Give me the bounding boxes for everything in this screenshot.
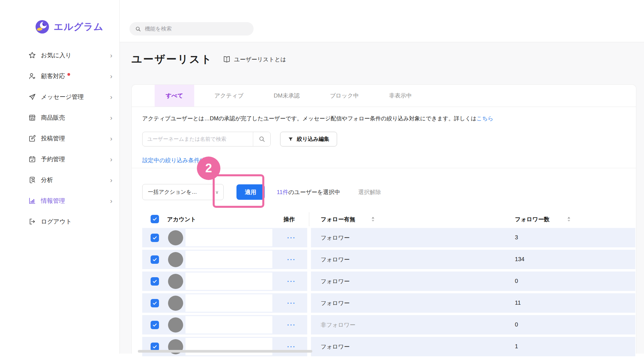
row-checkbox[interactable] — [151, 321, 159, 329]
row-actions-menu[interactable]: ··· — [287, 299, 296, 307]
clear-selection-link[interactable]: 選択解除 — [358, 188, 381, 196]
global-search-input[interactable] — [145, 26, 248, 32]
row-data-cell: フォロワー 3 — [311, 228, 635, 247]
help-link-label: ユーザーリストとは — [234, 56, 286, 63]
tab-all[interactable]: すべて — [155, 85, 194, 107]
notice-detail-link[interactable]: こちら — [477, 115, 494, 121]
row-actions-menu[interactable]: ··· — [287, 278, 296, 285]
table-row: ··· フォロワー 3 — [132, 228, 636, 247]
notice-text: アクティブユーザーとは…DMの承認が完了したユーザーです。メッセージ配信やフォロ… — [142, 115, 477, 121]
global-search[interactable] — [129, 22, 254, 36]
row-account-cell: ··· — [142, 228, 307, 247]
column-header-action[interactable]: 操作 — [283, 216, 295, 223]
filter-search-row: 絞り込み編集 — [142, 132, 337, 146]
user-list-help-link[interactable]: ユーザーリストとは — [223, 56, 286, 63]
row-actions-menu[interactable]: ··· — [287, 343, 296, 351]
user-search — [142, 132, 271, 146]
user-search-button[interactable] — [253, 132, 270, 146]
sidebar-item-post-management[interactable]: 投稿管理 › — [0, 128, 120, 149]
chevron-right-icon: › — [110, 135, 112, 142]
row-checkbox[interactable] — [151, 255, 159, 264]
check-icon — [152, 235, 157, 240]
select-all-checkbox[interactable] — [151, 215, 159, 223]
table-header: アカウント 操作 フォロー有無 フォロワー数 — [132, 211, 636, 228]
edit-icon — [28, 134, 36, 142]
row-actions-menu[interactable]: ··· — [287, 321, 296, 329]
follower-count: 1 — [515, 343, 518, 350]
sidebar-item-label: お気に入り — [41, 51, 71, 59]
sidebar-item-customer-support[interactable]: 顧客対応 › — [0, 66, 120, 86]
row-data-cell: フォロワー 1 — [311, 337, 635, 356]
chevron-down-icon: ∨ — [215, 189, 219, 195]
tab-hidden[interactable]: 非表示中 — [379, 85, 422, 107]
row-actions-menu[interactable]: ··· — [287, 256, 296, 263]
book-icon — [223, 56, 231, 63]
account-name-redacted — [185, 273, 272, 290]
brand-bird-icon — [35, 19, 50, 34]
sidebar-item-logout[interactable]: ログアウト — [0, 211, 120, 232]
sidebar-item-info-management[interactable]: 情報管理 › — [0, 190, 120, 211]
sidebar-nav: お気に入り › 顧客対応 › メッセージ管理 › 商品販売 › 投稿管 — [0, 45, 120, 232]
follow-status: フォロワー — [321, 234, 495, 242]
user-search-input[interactable] — [143, 136, 253, 142]
caret-down-icon: ▼ — [212, 158, 216, 163]
calendar-icon — [28, 155, 36, 163]
active-user-notice: アクティブユーザーとは…DMの承認が完了したユーザーです。メッセージ配信やフォロ… — [142, 115, 493, 122]
chevron-right-icon: › — [110, 72, 112, 80]
row-data-cell: フォロワー 0 — [311, 272, 635, 291]
check-icon — [152, 279, 157, 284]
sort-icon-follow[interactable] — [371, 216, 375, 223]
active-filter-conditions[interactable]: 設定中の絞り込み条件(件) ▼ — [142, 157, 216, 164]
sidebar-item-label: 情報管理 — [41, 197, 65, 205]
sidebar-item-favorites[interactable]: お気に入り › — [0, 45, 120, 66]
status-tabs: すべて アクティブ DM未承認 ブロック中 非表示中 — [132, 85, 636, 107]
sidebar-item-product-sales[interactable]: 商品販売 › — [0, 107, 120, 128]
sidebar-item-analysis[interactable]: 分析 › — [0, 170, 120, 190]
chevron-right-icon: › — [110, 52, 112, 59]
filter-edit-button[interactable]: 絞り込み編集 — [280, 132, 337, 146]
sidebar-item-label: 投稿管理 — [41, 134, 65, 142]
tab-dm-unapproved[interactable]: DM未承認 — [264, 85, 310, 107]
follower-count: 3 — [515, 234, 518, 241]
column-header-follow[interactable]: フォロー有無 — [321, 216, 355, 223]
row-account-cell: ··· — [142, 272, 307, 291]
check-icon — [152, 301, 157, 306]
bulk-action-select[interactable]: 一括アクションを… ∨ — [142, 184, 224, 200]
star-icon — [28, 51, 36, 59]
horizontal-scrollbar-thumb[interactable] — [138, 350, 312, 353]
sort-icon-followers[interactable] — [567, 216, 571, 223]
follow-status: フォロワー — [321, 278, 495, 285]
apply-button[interactable]: 適用 — [236, 184, 265, 200]
row-checkbox[interactable] — [151, 343, 159, 351]
topbar — [120, 0, 644, 42]
brand-logo[interactable]: エルグラム — [35, 19, 103, 34]
page-header: ユーザーリスト ユーザーリストとは — [131, 52, 286, 66]
row-actions-menu[interactable]: ··· — [287, 234, 296, 242]
analysis-icon — [28, 176, 36, 184]
row-checkbox[interactable] — [151, 299, 159, 307]
tab-blocked[interactable]: ブロック中 — [320, 85, 369, 107]
row-checkbox[interactable] — [151, 277, 159, 286]
sidebar-item-label: 顧客対応 — [41, 72, 65, 80]
main-content: ユーザーリスト ユーザーリストとは すべて アクティブ DM未承認 ブロック中 … — [120, 42, 644, 354]
sidebar-item-label: ログアウト — [41, 218, 72, 226]
customer-icon — [28, 72, 36, 80]
user-list-card: すべて アクティブ DM未承認 ブロック中 非表示中 アクティブユーザーとは…D… — [131, 84, 636, 354]
avatar — [168, 252, 183, 267]
follower-count: 11 — [515, 300, 521, 306]
sidebar-item-label: 商品販売 — [41, 114, 65, 122]
column-header-account[interactable]: アカウント — [167, 216, 196, 223]
tab-active[interactable]: アクティブ — [204, 85, 254, 107]
brand-name: エルグラム — [54, 20, 103, 33]
row-data-cell: フォロワー 134 — [311, 250, 635, 269]
avatar — [168, 296, 183, 311]
column-header-followers[interactable]: フォロワー数 — [515, 216, 550, 223]
row-checkbox[interactable] — [151, 234, 159, 242]
selection-status: 11件のユーザーを選択中 — [277, 188, 340, 196]
account-name-redacted — [185, 251, 272, 268]
avatar — [168, 274, 183, 289]
account-name-redacted — [185, 338, 272, 355]
sidebar-item-reservation-management[interactable]: 予約管理 › — [0, 149, 120, 170]
sidebar-item-message-management[interactable]: メッセージ管理 › — [0, 86, 120, 107]
check-icon — [152, 322, 157, 327]
